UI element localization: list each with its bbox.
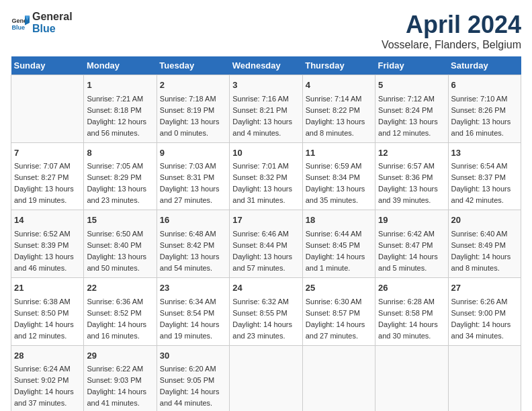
logo-blue: Blue bbox=[32, 23, 73, 35]
day-number: 6 bbox=[451, 79, 518, 92]
calendar-cell: 1Sunrise: 7:21 AM Sunset: 8:18 PM Daylig… bbox=[84, 75, 157, 143]
calendar-cell: 9Sunrise: 7:03 AM Sunset: 8:31 PM Daylig… bbox=[157, 142, 229, 210]
header-thursday: Thursday bbox=[302, 56, 375, 75]
day-number: 20 bbox=[451, 214, 518, 227]
calendar-week-1: 1Sunrise: 7:21 AM Sunset: 8:18 PM Daylig… bbox=[11, 75, 521, 143]
calendar-cell: 18Sunrise: 6:44 AM Sunset: 8:45 PM Dayli… bbox=[302, 210, 375, 278]
header-wednesday: Wednesday bbox=[230, 56, 302, 75]
calendar-cell: 19Sunrise: 6:42 AM Sunset: 8:47 PM Dayli… bbox=[375, 210, 448, 278]
calendar-cell: 20Sunrise: 6:40 AM Sunset: 8:49 PM Dayli… bbox=[448, 210, 521, 278]
calendar-cell bbox=[302, 345, 375, 411]
calendar-cell: 28Sunrise: 6:24 AM Sunset: 9:02 PM Dayli… bbox=[11, 345, 84, 411]
day-number: 2 bbox=[160, 79, 226, 92]
calendar-cell: 25Sunrise: 6:30 AM Sunset: 8:57 PM Dayli… bbox=[302, 278, 375, 346]
day-number: 7 bbox=[14, 146, 81, 160]
day-content: Sunrise: 6:50 AM Sunset: 8:40 PM Dayligh… bbox=[87, 228, 153, 274]
day-content: Sunrise: 6:28 AM Sunset: 8:58 PM Dayligh… bbox=[378, 296, 445, 342]
day-number: 18 bbox=[306, 214, 372, 227]
day-content: Sunrise: 6:30 AM Sunset: 8:57 PM Dayligh… bbox=[306, 296, 372, 342]
calendar-cell: 5Sunrise: 7:12 AM Sunset: 8:24 PM Daylig… bbox=[375, 75, 448, 143]
calendar-cell: 3Sunrise: 7:16 AM Sunset: 8:21 PM Daylig… bbox=[230, 75, 302, 143]
logo-general: General bbox=[32, 11, 73, 23]
day-content: Sunrise: 7:05 AM Sunset: 8:29 PM Dayligh… bbox=[87, 161, 153, 206]
day-content: Sunrise: 7:07 AM Sunset: 8:27 PM Dayligh… bbox=[14, 161, 81, 206]
day-number: 14 bbox=[14, 214, 81, 227]
day-number: 22 bbox=[87, 281, 153, 295]
day-number: 10 bbox=[232, 146, 299, 160]
calendar-cell: 6Sunrise: 7:10 AM Sunset: 8:26 PM Daylig… bbox=[448, 75, 521, 143]
day-number: 23 bbox=[160, 281, 226, 295]
logo: General Blue General Blue bbox=[11, 11, 73, 34]
calendar-week-2: 7Sunrise: 7:07 AM Sunset: 8:27 PM Daylig… bbox=[11, 142, 521, 210]
day-content: Sunrise: 6:59 AM Sunset: 8:34 PM Dayligh… bbox=[306, 161, 372, 206]
day-number: 3 bbox=[232, 79, 299, 92]
calendar-cell: 17Sunrise: 6:46 AM Sunset: 8:44 PM Dayli… bbox=[230, 210, 302, 278]
day-number: 24 bbox=[232, 281, 299, 295]
calendar-cell bbox=[11, 75, 84, 143]
day-content: Sunrise: 6:52 AM Sunset: 8:39 PM Dayligh… bbox=[14, 228, 81, 274]
calendar-cell: 22Sunrise: 6:36 AM Sunset: 8:52 PM Dayli… bbox=[84, 278, 157, 346]
day-number: 25 bbox=[306, 281, 372, 295]
svg-text:Blue: Blue bbox=[11, 24, 25, 30]
calendar-cell: 10Sunrise: 7:01 AM Sunset: 8:32 PM Dayli… bbox=[230, 142, 302, 210]
day-number: 16 bbox=[160, 214, 226, 227]
day-content: Sunrise: 6:22 AM Sunset: 9:03 PM Dayligh… bbox=[87, 363, 153, 409]
day-number: 1 bbox=[87, 79, 153, 92]
calendar-cell bbox=[375, 345, 448, 411]
title-area: April 2024 Vosselare, Flanders, Belgium bbox=[382, 11, 521, 51]
calendar-week-3: 14Sunrise: 6:52 AM Sunset: 8:39 PM Dayli… bbox=[11, 210, 521, 278]
calendar-week-4: 21Sunrise: 6:38 AM Sunset: 8:50 PM Dayli… bbox=[11, 278, 521, 346]
calendar-cell: 24Sunrise: 6:32 AM Sunset: 8:55 PM Dayli… bbox=[230, 278, 302, 346]
main-title: April 2024 bbox=[382, 11, 521, 39]
day-number: 12 bbox=[378, 146, 445, 160]
logo-icon: General Blue bbox=[11, 13, 30, 32]
day-content: Sunrise: 6:24 AM Sunset: 9:02 PM Dayligh… bbox=[14, 363, 81, 409]
calendar-cell: 11Sunrise: 6:59 AM Sunset: 8:34 PM Dayli… bbox=[302, 142, 375, 210]
header-tuesday: Tuesday bbox=[157, 56, 229, 75]
day-number: 13 bbox=[451, 146, 518, 160]
calendar-cell: 16Sunrise: 6:48 AM Sunset: 8:42 PM Dayli… bbox=[157, 210, 229, 278]
header-saturday: Saturday bbox=[448, 56, 521, 75]
day-number: 26 bbox=[378, 281, 445, 295]
calendar-cell: 29Sunrise: 6:22 AM Sunset: 9:03 PM Dayli… bbox=[84, 345, 157, 411]
day-number: 28 bbox=[14, 349, 81, 363]
day-content: Sunrise: 7:16 AM Sunset: 8:21 PM Dayligh… bbox=[232, 93, 299, 139]
day-content: Sunrise: 7:10 AM Sunset: 8:26 PM Dayligh… bbox=[451, 93, 518, 139]
calendar-cell: 4Sunrise: 7:14 AM Sunset: 8:22 PM Daylig… bbox=[302, 75, 375, 143]
header-friday: Friday bbox=[375, 56, 448, 75]
day-content: Sunrise: 6:20 AM Sunset: 9:05 PM Dayligh… bbox=[160, 363, 226, 409]
calendar-cell: 27Sunrise: 6:26 AM Sunset: 9:00 PM Dayli… bbox=[448, 278, 521, 346]
day-number: 11 bbox=[306, 146, 372, 160]
day-number: 27 bbox=[451, 281, 518, 295]
day-content: Sunrise: 6:40 AM Sunset: 8:49 PM Dayligh… bbox=[451, 228, 518, 274]
calendar-cell: 13Sunrise: 6:54 AM Sunset: 8:37 PM Dayli… bbox=[448, 142, 521, 210]
day-content: Sunrise: 6:46 AM Sunset: 8:44 PM Dayligh… bbox=[232, 228, 299, 274]
calendar-cell: 12Sunrise: 6:57 AM Sunset: 8:36 PM Dayli… bbox=[375, 142, 448, 210]
day-number: 9 bbox=[160, 146, 226, 160]
day-number: 8 bbox=[87, 146, 153, 160]
calendar-table: SundayMondayTuesdayWednesdayThursdayFrid… bbox=[11, 56, 521, 411]
calendar-cell bbox=[230, 345, 302, 411]
calendar-cell: 15Sunrise: 6:50 AM Sunset: 8:40 PM Dayli… bbox=[84, 210, 157, 278]
calendar-cell bbox=[448, 345, 521, 411]
day-content: Sunrise: 6:54 AM Sunset: 8:37 PM Dayligh… bbox=[451, 161, 518, 206]
day-content: Sunrise: 6:38 AM Sunset: 8:50 PM Dayligh… bbox=[14, 296, 81, 342]
day-number: 19 bbox=[378, 214, 445, 227]
day-content: Sunrise: 6:32 AM Sunset: 8:55 PM Dayligh… bbox=[232, 296, 299, 342]
day-content: Sunrise: 7:21 AM Sunset: 8:18 PM Dayligh… bbox=[87, 93, 153, 139]
day-number: 4 bbox=[306, 79, 372, 92]
day-content: Sunrise: 6:36 AM Sunset: 8:52 PM Dayligh… bbox=[87, 296, 153, 342]
calendar-cell: 23Sunrise: 6:34 AM Sunset: 8:54 PM Dayli… bbox=[157, 278, 229, 346]
calendar-cell: 7Sunrise: 7:07 AM Sunset: 8:27 PM Daylig… bbox=[11, 142, 84, 210]
day-content: Sunrise: 6:34 AM Sunset: 8:54 PM Dayligh… bbox=[160, 296, 226, 342]
calendar-cell: 14Sunrise: 6:52 AM Sunset: 8:39 PM Dayli… bbox=[11, 210, 84, 278]
day-content: Sunrise: 6:42 AM Sunset: 8:47 PM Dayligh… bbox=[378, 228, 445, 274]
calendar-cell: 8Sunrise: 7:05 AM Sunset: 8:29 PM Daylig… bbox=[84, 142, 157, 210]
day-number: 29 bbox=[87, 349, 153, 363]
calendar-body: 1Sunrise: 7:21 AM Sunset: 8:18 PM Daylig… bbox=[11, 75, 521, 412]
day-content: Sunrise: 7:03 AM Sunset: 8:31 PM Dayligh… bbox=[160, 161, 226, 206]
day-content: Sunrise: 7:18 AM Sunset: 8:19 PM Dayligh… bbox=[160, 93, 226, 139]
day-content: Sunrise: 7:14 AM Sunset: 8:22 PM Dayligh… bbox=[306, 93, 372, 139]
calendar-cell: 30Sunrise: 6:20 AM Sunset: 9:05 PM Dayli… bbox=[157, 345, 229, 411]
day-content: Sunrise: 6:26 AM Sunset: 9:00 PM Dayligh… bbox=[451, 296, 518, 342]
